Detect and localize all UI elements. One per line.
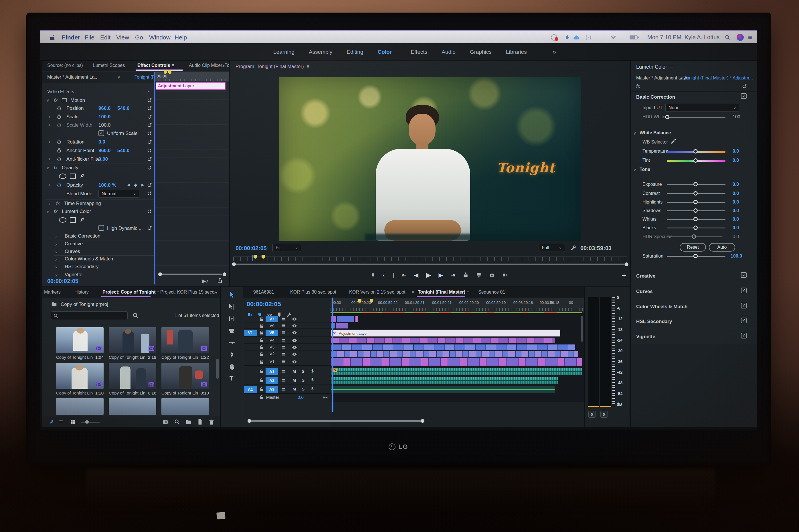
- motion-title[interactable]: Motion: [70, 97, 85, 103]
- lock-icon[interactable]: [259, 324, 264, 328]
- wifi-icon[interactable]: [610, 34, 616, 41]
- wb-twirl-icon[interactable]: ∨: [633, 131, 636, 135]
- sync-lock-icon[interactable]: [281, 369, 286, 374]
- tab-effect-controls[interactable]: Effect Controls ≡: [138, 63, 174, 68]
- hdr-specular-value[interactable]: 0.0: [732, 234, 739, 239]
- tab-editing[interactable]: Editing: [347, 49, 363, 55]
- notification-center-icon[interactable]: ≡: [748, 34, 752, 41]
- sync-lock-icon[interactable]: [281, 352, 286, 357]
- opacity-value[interactable]: 100.0 %: [98, 183, 116, 188]
- program-hscroll-left[interactable]: [232, 262, 236, 266]
- whites-thumb[interactable]: [693, 217, 698, 221]
- comparison-view-icon[interactable]: [502, 272, 508, 278]
- keyframe-add-icon[interactable]: ◆: [134, 183, 138, 188]
- project-clip-label[interactable]: Copy of Tonight Linked...0:19: [161, 391, 209, 395]
- timeline-clip[interactable]: [356, 316, 358, 322]
- timeline-clip[interactable]: [331, 323, 335, 328]
- shadows-value[interactable]: 0.0: [732, 208, 739, 213]
- timeline-clip-group[interactable]: [331, 358, 582, 366]
- lock-icon[interactable]: [259, 369, 264, 374]
- voiceover-mic-icon[interactable]: [310, 378, 315, 383]
- scale-value[interactable]: 100.0: [98, 114, 111, 120]
- project-clip-label[interactable]: Copy of Tonight Linked...1:04: [56, 355, 104, 360]
- project-search-input[interactable]: [51, 311, 128, 320]
- zoom-slider[interactable]: [81, 422, 99, 422]
- opacity-twirl-icon[interactable]: ∨: [47, 166, 49, 170]
- section-hsl[interactable]: HSL Secondary: [636, 319, 672, 324]
- scale-reset-icon[interactable]: ↺: [147, 113, 152, 120]
- tint-value[interactable]: 0.0: [732, 158, 739, 163]
- tab-source[interactable]: Source: (no clips): [47, 63, 83, 68]
- project-clip-thumb[interactable]: [56, 327, 104, 353]
- solo-button[interactable]: S: [302, 378, 305, 382]
- ec-section-vignette[interactable]: Vignette: [65, 272, 83, 278]
- meter-solo-right[interactable]: S: [600, 411, 608, 418]
- search-bin-icon[interactable]: [132, 312, 139, 319]
- color-wheels-checkbox[interactable]: ✓: [741, 303, 747, 308]
- menubar-user[interactable]: Kyle A. Loftus: [685, 34, 720, 41]
- timeline-clip-group[interactable]: [331, 344, 575, 350]
- lock-icon[interactable]: [259, 338, 264, 343]
- selection-tool-icon[interactable]: [229, 291, 235, 298]
- extract-icon[interactable]: [476, 272, 482, 278]
- section-curves[interactable]: Curves: [636, 289, 653, 294]
- track-name-v2[interactable]: V2: [270, 352, 274, 356]
- blacks-value[interactable]: 0.0: [732, 225, 739, 230]
- project-clip-label[interactable]: Copy of Tonight Linked...1:10: [56, 391, 104, 395]
- adjustment-layer-clip[interactable]: fx Adjustment Layer: [331, 329, 560, 337]
- tone-title[interactable]: Tone: [640, 167, 650, 172]
- master-track-level[interactable]: 0.0: [297, 395, 304, 400]
- sync-lock-icon[interactable]: [281, 317, 286, 321]
- curves-twirl-icon[interactable]: ›: [55, 249, 57, 255]
- ec-timecode[interactable]: 00:00:02:05: [47, 278, 78, 284]
- project-clip-thumb[interactable]: [109, 327, 156, 353]
- ec-hscroll-handle-left[interactable]: [158, 272, 162, 276]
- saturation-thumb[interactable]: [693, 254, 698, 258]
- menubar-go[interactable]: Go: [135, 34, 143, 41]
- curves-checkbox[interactable]: ✓: [741, 288, 747, 293]
- automate-sequence-icon[interactable]: [163, 419, 169, 425]
- hsl-checkbox[interactable]: ✓: [741, 318, 747, 323]
- track-target-a3[interactable]: A3: [266, 386, 278, 393]
- antiflicker-stopwatch-icon[interactable]: [57, 157, 61, 162]
- tone-reset-button[interactable]: Reset: [680, 243, 706, 251]
- lumetri-reset-icon[interactable]: ↺: [147, 208, 152, 215]
- ec-adjustment-clip[interactable]: Adjustment Layer: [156, 82, 225, 90]
- motion-reset-icon[interactable]: ↺: [147, 97, 152, 104]
- lock-icon[interactable]: [259, 378, 264, 383]
- toggle-output-eye-icon[interactable]: [292, 323, 297, 328]
- toggle-output-eye-icon[interactable]: [292, 345, 297, 350]
- ec-collapse-icon[interactable]: ▲: [147, 89, 150, 93]
- new-bin-icon[interactable]: [185, 419, 192, 425]
- tab-seq-961A6981[interactable]: 961A6981: [253, 290, 274, 295]
- tab-project-copy[interactable]: Project: Copy of Tonight ≡: [103, 290, 159, 295]
- rotation-reset-icon[interactable]: ↺: [147, 139, 152, 146]
- audio-clip-a3[interactable]: [331, 386, 555, 393]
- program-hscroll-right[interactable]: [625, 262, 629, 266]
- lock-icon[interactable]: [259, 352, 264, 357]
- mute-button[interactable]: M: [292, 369, 296, 374]
- folder-up-icon[interactable]: [51, 301, 57, 307]
- wb-eyedropper-icon[interactable]: [671, 138, 676, 144]
- track-target-a2[interactable]: A2: [266, 377, 278, 384]
- scale-twirl-icon[interactable]: ›: [49, 114, 50, 119]
- antiflicker-value[interactable]: 0.00: [98, 156, 108, 162]
- lumetri-fx-reset-icon[interactable]: ↺: [742, 83, 747, 90]
- fit-dropdown[interactable]: Fit ∨: [272, 244, 301, 252]
- scale-width-stopwatch-icon[interactable]: [57, 122, 61, 128]
- project-clip-thumb-partial[interactable]: [56, 398, 104, 415]
- project-clip-thumb[interactable]: [161, 363, 209, 389]
- tab-libraries[interactable]: Libraries: [506, 49, 527, 55]
- lumetri-master-chevron-icon[interactable]: ∨: [679, 75, 682, 80]
- program-playhead[interactable]: [252, 255, 253, 261]
- sync-lock-icon[interactable]: [281, 330, 286, 335]
- track-target-v5[interactable]: V5: [266, 329, 278, 336]
- mark-in-icon[interactable]: {: [383, 272, 385, 279]
- blend-reset-icon[interactable]: ↺: [147, 190, 152, 197]
- slip-tool-icon[interactable]: [229, 339, 235, 346]
- project-clip-thumb-partial[interactable]: [161, 398, 209, 415]
- keyframe-prev-icon[interactable]: ◀: [127, 183, 130, 187]
- ec-master-chevron-icon[interactable]: ∨: [117, 75, 121, 80]
- add-marker-icon[interactable]: [370, 273, 376, 278]
- lock-icon[interactable]: [259, 387, 264, 392]
